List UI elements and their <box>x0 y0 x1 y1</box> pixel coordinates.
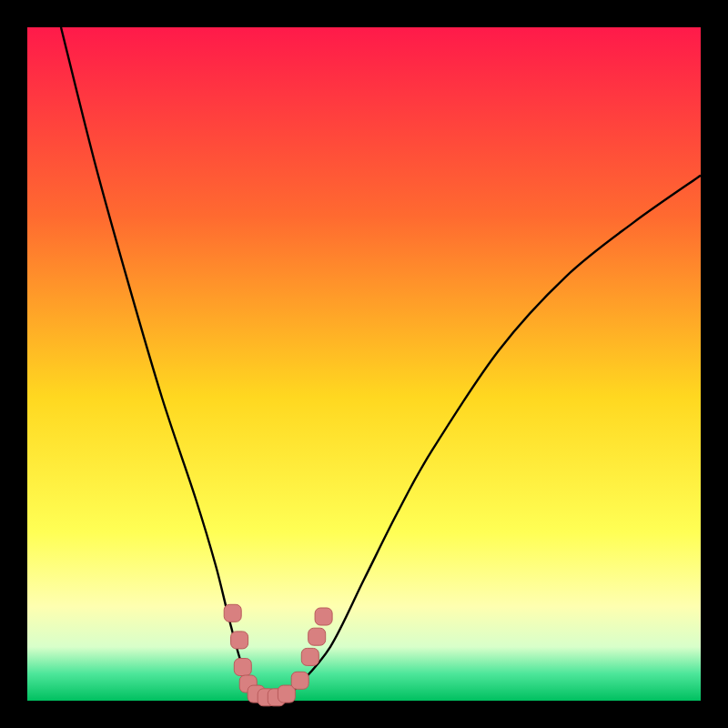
curve-marker <box>278 685 295 703</box>
curve-marker <box>224 604 241 622</box>
bottleneck-chart <box>0 0 728 728</box>
curve-marker <box>315 608 332 625</box>
curve-marker <box>301 648 318 665</box>
curve-marker <box>308 628 326 645</box>
curve-marker <box>234 659 251 676</box>
curve-marker <box>291 672 308 689</box>
plot-area <box>27 27 701 701</box>
curve-marker <box>231 632 248 649</box>
